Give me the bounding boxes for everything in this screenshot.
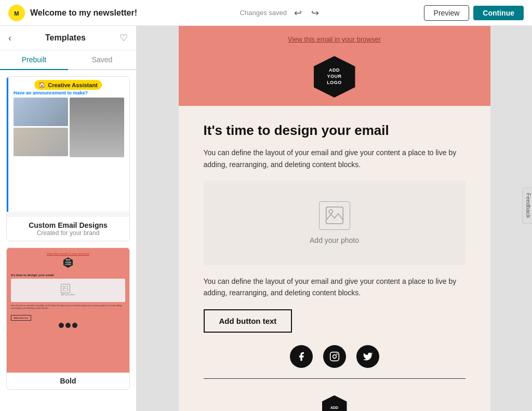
ec-logo-area: ADDYOURLOGO xyxy=(179,48,490,106)
svg-rect-6 xyxy=(330,352,339,361)
ec-divider xyxy=(204,378,466,379)
ec-top-link: View this email in your browser xyxy=(179,26,490,48)
topbar-left: M Welcome to my newsletter! xyxy=(8,5,137,21)
ec-photo-block[interactable]: Add your photo xyxy=(204,181,466,265)
ec-para1: You can define the layout of your email … xyxy=(204,147,466,170)
ec-logo[interactable]: ADDYOURLOGO xyxy=(314,56,355,98)
sidebar-content: 🏠 Creative Assistant PROFESSIONAL Have a… xyxy=(0,70,136,396)
svg-text:M: M xyxy=(14,10,19,16)
view-in-browser-link[interactable]: View this email in your browser xyxy=(288,35,381,43)
sidebar-header: ‹ Templates ♡ xyxy=(0,26,136,50)
ec-body: It's time to design your email You can d… xyxy=(179,106,490,411)
ec-logo-text: ADDYOURLOGO xyxy=(327,67,342,86)
ec-footer-area: ADD xyxy=(204,387,466,411)
template-name-bold: Bold xyxy=(12,377,124,385)
bold-mini-button: Add button text xyxy=(11,315,31,321)
ec-cta-button[interactable]: Add button text xyxy=(204,309,292,333)
main-layout: ‹ Templates ♡ Prebuilt Saved 🏠 Creative … xyxy=(0,26,532,411)
svg-point-5 xyxy=(329,210,332,214)
svg-rect-4 xyxy=(326,207,342,224)
sidebar-favorite-button[interactable]: ♡ xyxy=(119,32,128,44)
ec-button-row: Add button text xyxy=(204,309,466,333)
ec-para2: You can define the layout of your email … xyxy=(204,276,466,299)
feedback-tab[interactable]: Feedback xyxy=(522,187,532,224)
email-canvas: View this email in your browser ADDYOURL… xyxy=(179,26,490,411)
ec-footer-logo-text: ADD xyxy=(330,406,338,409)
template-card-professional[interactable]: 🏠 Creative Assistant PROFESSIONAL Have a… xyxy=(6,76,130,241)
bold-mini-socials xyxy=(11,323,125,328)
ec-facebook-icon[interactable] xyxy=(290,345,313,368)
ec-footer-logo[interactable]: ADD xyxy=(322,395,347,411)
bold-mini-logo: ADDYOURLOGO xyxy=(63,257,73,268)
sidebar-back-button[interactable]: ‹ xyxy=(8,33,11,44)
sidebar: ‹ Templates ♡ Prebuilt Saved 🏠 Creative … xyxy=(0,26,137,411)
image-placeholder-icon xyxy=(325,206,344,225)
sidebar-title: Templates xyxy=(45,33,86,43)
redo-button[interactable]: ↪ xyxy=(309,5,321,21)
ec-heading: It's time to design your email xyxy=(204,122,466,139)
tab-prebuilt[interactable]: Prebuilt xyxy=(0,50,68,70)
undo-button[interactable]: ↩ xyxy=(292,5,304,21)
changes-saved-status: Changes saved xyxy=(240,9,287,17)
template-name-professional: Custom Email Designs xyxy=(12,221,124,229)
svg-point-8 xyxy=(336,353,338,355)
svg-point-7 xyxy=(332,354,336,358)
sidebar-tabs: Prebuilt Saved xyxy=(0,50,136,70)
topbar-actions: Preview Continue xyxy=(424,5,524,21)
template-desc-professional: Created for your brand xyxy=(12,229,124,237)
ec-photo-caption: Add your photo xyxy=(214,236,455,244)
svg-point-3 xyxy=(64,287,65,288)
continue-button[interactable]: Continue xyxy=(473,6,524,20)
bold-mini-text: Now that you've selected a template, you… xyxy=(11,304,125,309)
mailchimp-logo: M xyxy=(8,5,25,21)
email-preview-area: View this email in your browser ADDYOURL… xyxy=(137,26,532,411)
template-card-bold[interactable]: View this email in your browser ADDYOURL… xyxy=(6,248,130,390)
top-bar: M Welcome to my newsletter! Changes save… xyxy=(0,0,532,26)
bold-mini-heading: It's time to design your email xyxy=(11,273,125,277)
bold-mini-link: View this email in your browser xyxy=(11,252,125,255)
ec-twitter-icon[interactable] xyxy=(356,345,379,368)
bold-mini-photo: Add your photo xyxy=(11,279,125,302)
ec-socials xyxy=(204,345,466,368)
ec-instagram-icon[interactable] xyxy=(323,345,346,368)
page-title: Welcome to my newsletter! xyxy=(30,8,137,18)
tab-saved[interactable]: Saved xyxy=(68,50,136,69)
preview-button[interactable]: Preview xyxy=(424,5,470,21)
creative-assistant-badge: 🏠 Creative Assistant xyxy=(34,80,102,90)
ec-photo-icon xyxy=(319,201,350,230)
topbar-center: Changes saved ↩ ↪ xyxy=(240,5,321,21)
